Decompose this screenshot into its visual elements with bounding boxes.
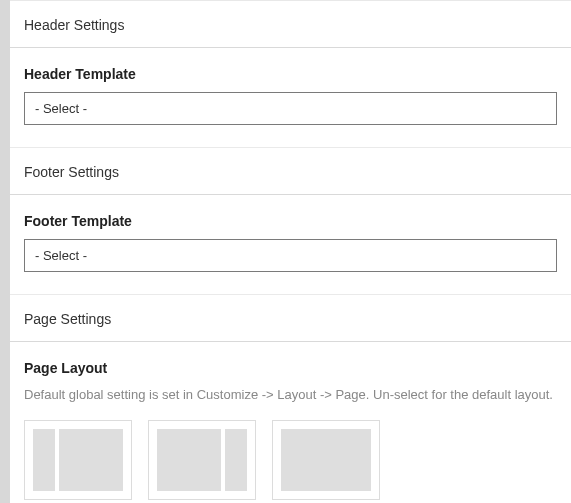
settings-panel: Header Settings Header Template - Select… [10, 0, 571, 503]
footer-settings-title: Footer Settings [10, 148, 571, 195]
page-layout-help: Default global setting is set in Customi… [24, 386, 557, 404]
header-template-label: Header Template [24, 66, 557, 82]
page-settings-body: Page Layout Default global setting is se… [10, 342, 571, 503]
header-settings-title: Header Settings [10, 1, 571, 48]
footer-template-select[interactable]: - Select - [24, 239, 557, 272]
layout-thumb-content [281, 429, 371, 491]
page-layout-options [24, 420, 557, 500]
layout-option-sidebar-right[interactable] [148, 420, 256, 500]
left-rail [0, 0, 10, 503]
page-settings-title: Page Settings [10, 295, 571, 342]
page-layout-label: Page Layout [24, 360, 557, 376]
layout-thumb-content [59, 429, 123, 491]
layout-thumb-sidebar [33, 429, 55, 491]
layout-option-full-width[interactable] [272, 420, 380, 500]
layout-thumb-content [157, 429, 221, 491]
footer-template-label: Footer Template [24, 213, 557, 229]
header-template-select[interactable]: - Select - [24, 92, 557, 125]
layout-thumb-sidebar [225, 429, 247, 491]
layout-option-sidebar-left[interactable] [24, 420, 132, 500]
header-settings-body: Header Template - Select - [10, 48, 571, 148]
footer-settings-body: Footer Template - Select - [10, 195, 571, 295]
